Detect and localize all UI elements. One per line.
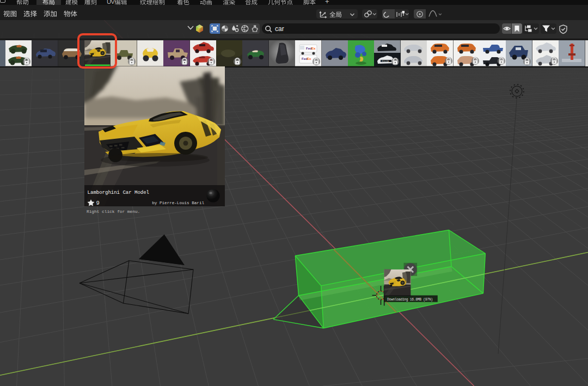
svg-text:by Pierre-Louis Baril: by Pierre-Louis Baril (152, 201, 204, 205)
svg-text:POLICE: POLICE (382, 60, 389, 63)
svg-text:9: 9 (96, 200, 100, 206)
svg-text:Ex: Ex (307, 57, 311, 60)
svg-text:V: V (111, 0, 115, 5)
svg-text:Lamborghini Car Model: Lamborghini Car Model (88, 190, 149, 195)
svg-text:Ex: Ex (311, 47, 316, 50)
svg-text:Downloading 16.8MB (97%): Downloading 16.8MB (97%) (387, 298, 433, 302)
